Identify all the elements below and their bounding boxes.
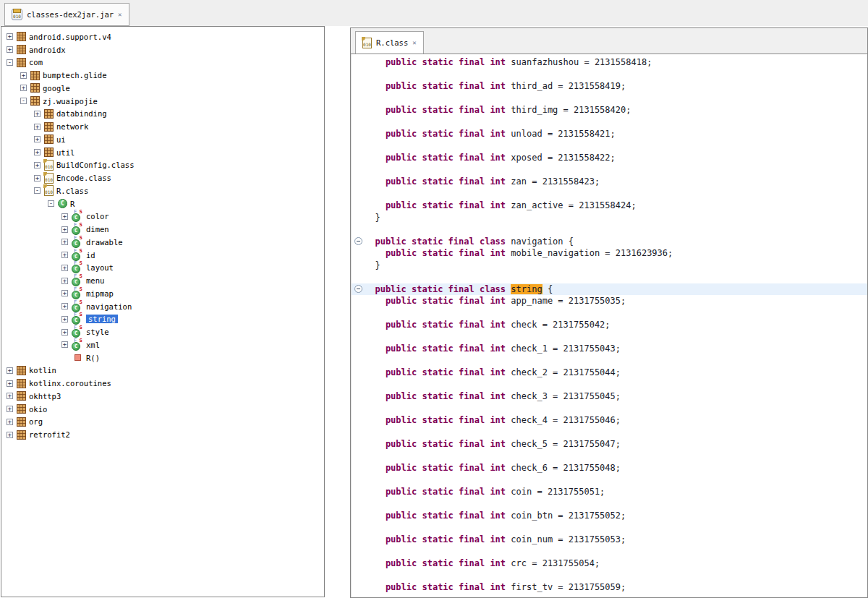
expand-toggle-icon[interactable]: + (61, 316, 68, 323)
expand-toggle-icon[interactable]: + (61, 290, 68, 296)
expand-toggle-icon[interactable]: + (34, 111, 41, 117)
code-blank-line[interactable] (352, 522, 867, 534)
tree-item-style[interactable]: +FsCstyle (1, 325, 324, 338)
code-blank-line[interactable] (352, 570, 867, 582)
tree-item-okhttp3[interactable]: +okhttp3 (1, 390, 324, 403)
tab-r-class[interactable]: 010 R.class ✕ (355, 31, 424, 54)
code-line[interactable]: public static final int check_1 = 213175… (352, 343, 867, 355)
code-blank-line[interactable] (352, 331, 867, 343)
tree-item-zj-wuaipojie[interactable]: -zj.wuaipojie (1, 95, 324, 108)
code-line[interactable]: public static final int check = 21317550… (352, 319, 867, 331)
tree-item-google[interactable]: +google (1, 82, 324, 95)
expand-toggle-icon[interactable]: + (7, 33, 13, 40)
tree-item-r[interactable]: R() (1, 351, 324, 364)
code-line[interactable]: public static final int check_5 = 213175… (352, 438, 867, 450)
code-line[interactable]: public static final int third_ad = 21315… (352, 80, 867, 93)
expand-toggle-icon[interactable]: + (61, 213, 68, 220)
expand-toggle-icon[interactable]: + (7, 419, 13, 425)
tree-item-databinding[interactable]: +databinding (1, 108, 324, 121)
tree-item-util[interactable]: +util (1, 146, 324, 159)
code-line[interactable]: public static final int third_img = 2131… (352, 104, 867, 116)
tab-classes-dex2jar-jar[interactable]: 010 classes-dex2jar.jar ✕ (4, 3, 129, 26)
code-line[interactable]: public static final int suanfazhushou = … (352, 56, 867, 69)
code-line[interactable]: public static final int check_2 = 213175… (352, 367, 867, 379)
expand-toggle-icon[interactable]: + (34, 175, 41, 181)
tree-item-encode-class[interactable]: +010Encode.class (1, 171, 324, 184)
code-line[interactable]: } (352, 212, 867, 224)
code-line[interactable]: public static final int check_4 = 213175… (352, 414, 867, 427)
code-blank-line[interactable] (352, 355, 867, 367)
expand-toggle-icon[interactable]: + (61, 329, 68, 336)
code-blank-line[interactable] (352, 69, 867, 81)
expand-toggle-icon[interactable]: + (61, 226, 68, 233)
expand-toggle-icon[interactable]: + (34, 136, 41, 142)
tree-item-xml[interactable]: +FsCxml (1, 338, 324, 351)
main-tab-close-icon[interactable]: ✕ (118, 12, 122, 18)
tree-item-com[interactable]: -com (1, 56, 324, 69)
expand-toggle-icon[interactable]: + (7, 367, 13, 374)
code-line[interactable]: public static final int first_tv = 21317… (352, 581, 867, 594)
tree-item-menu[interactable]: +FsCmenu (1, 274, 324, 287)
tree-item-color[interactable]: +FsCcolor (1, 210, 324, 223)
expand-toggle-icon[interactable]: + (20, 72, 27, 79)
code-blank-line[interactable] (352, 427, 867, 439)
tree-item-buildconfig-class[interactable]: +010BuildConfig.class (1, 159, 324, 172)
expand-toggle-icon[interactable]: + (34, 124, 41, 130)
code-line[interactable]: public static final int xposed = 2131558… (352, 152, 867, 164)
tree-item-r-class[interactable]: -010R.class (1, 184, 324, 197)
fold-collapse-icon[interactable] (354, 237, 362, 245)
expand-toggle-icon[interactable]: + (7, 46, 13, 53)
code-blank-line[interactable] (352, 403, 867, 415)
expand-toggle-icon[interactable]: + (34, 149, 41, 155)
tree-item-bumptech-glide[interactable]: +bumptech.glide (1, 69, 324, 82)
code-blank-line[interactable] (352, 546, 867, 558)
code-line[interactable]: public static final int zan = 2131558423… (352, 176, 867, 188)
expand-toggle-icon[interactable]: + (61, 341, 68, 348)
code-line[interactable]: public static final int coin_num = 21317… (352, 534, 867, 546)
tree-item-layout[interactable]: +FsClayout (1, 262, 324, 275)
code-blank-line[interactable] (352, 188, 867, 200)
tree-item-kotlin[interactable]: +kotlin (1, 364, 324, 377)
tree-item-id[interactable]: +FsCid (1, 249, 324, 262)
expand-toggle-icon[interactable]: + (61, 303, 68, 309)
tree-item-kotlinx-coroutines[interactable]: +kotlinx.coroutines (1, 377, 324, 390)
expand-toggle-icon[interactable]: + (7, 406, 13, 412)
code-blank-line[interactable] (352, 93, 867, 105)
code-area[interactable]: public static final int suanfazhushou = … (351, 54, 867, 597)
tree-item-mipmap[interactable]: +FsCmipmap (1, 287, 324, 300)
code-blank-line[interactable] (352, 271, 867, 283)
expand-toggle-icon[interactable]: + (34, 162, 41, 168)
collapse-toggle-icon[interactable]: - (20, 98, 27, 104)
collapse-toggle-icon[interactable]: - (48, 200, 54, 207)
expand-toggle-icon[interactable]: + (61, 252, 68, 258)
code-blank-line[interactable] (352, 223, 867, 236)
code-line[interactable]: public static final int coin_btn = 21317… (352, 510, 867, 522)
code-blank-line[interactable] (352, 474, 867, 487)
tree-item-drawable[interactable]: +FsCdrawable (1, 236, 324, 249)
code-line[interactable]: public static final int mobile_navigatio… (352, 247, 867, 260)
code-line[interactable]: public static final int zan_active = 213… (352, 200, 867, 212)
code-line[interactable]: } (352, 260, 867, 272)
tree-item-retrofit2[interactable]: +retrofit2 (1, 428, 324, 441)
tree-item-dimen[interactable]: +FsCdimen (1, 223, 324, 236)
collapse-toggle-icon[interactable]: - (34, 187, 41, 194)
code-blank-line[interactable] (352, 307, 867, 320)
collapse-toggle-icon[interactable]: - (7, 59, 13, 66)
expand-toggle-icon[interactable]: + (7, 432, 13, 438)
tree-item-android-support-v4[interactable]: +android.support.v4 (1, 30, 324, 43)
code-line[interactable]: public static final int crc = 2131755054… (352, 558, 867, 570)
tree-item-string[interactable]: +FsCstring (1, 313, 324, 326)
code-blank-line[interactable] (352, 450, 867, 463)
code-line[interactable]: public static final int check_3 = 213175… (352, 390, 867, 403)
code-line[interactable]: public static final int unload = 2131558… (352, 128, 867, 140)
expand-toggle-icon[interactable]: + (61, 278, 68, 284)
expand-toggle-icon[interactable]: + (61, 265, 68, 271)
fold-collapse-icon[interactable] (354, 285, 362, 293)
expand-toggle-icon[interactable]: + (61, 239, 68, 245)
tree-item-okio[interactable]: +okio (1, 403, 324, 416)
code-line[interactable]: public static final int coin = 213175505… (352, 486, 867, 498)
code-blank-line[interactable] (352, 140, 867, 153)
editor-tab-close-icon[interactable]: ✕ (412, 40, 416, 46)
code-blank-line[interactable] (352, 116, 867, 129)
code-blank-line[interactable] (352, 498, 867, 511)
